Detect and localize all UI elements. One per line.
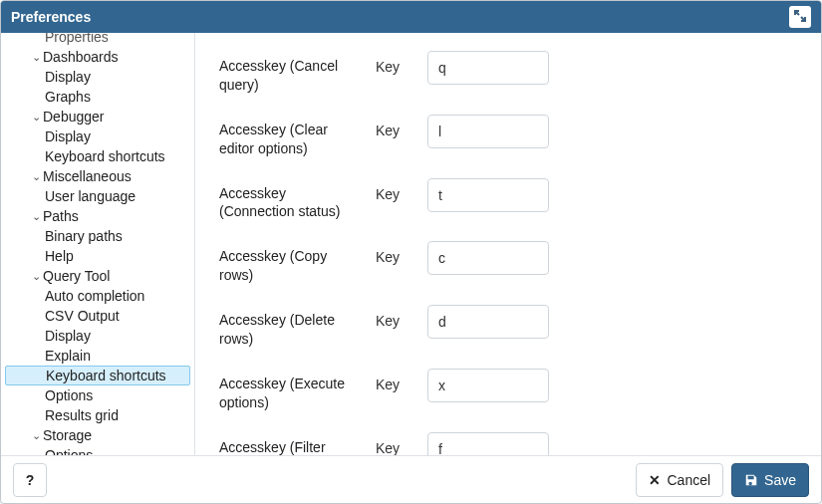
tree-item-label: Help: [45, 248, 74, 264]
tree-item[interactable]: Properties: [1, 33, 194, 47]
tree-item-label: Display: [45, 128, 91, 144]
setting-key-input[interactable]: [427, 432, 549, 455]
dialog-footer: ? ✕ Cancel Save: [1, 455, 821, 503]
setting-key-input[interactable]: [427, 305, 549, 339]
tree-item-label: Display: [45, 328, 91, 344]
tree-item[interactable]: Display: [1, 67, 194, 87]
setting-label: Accesskey (Cancel query): [219, 51, 364, 95]
tree-item-label: Keyboard shortcuts: [46, 368, 166, 383]
tree-item[interactable]: Display: [1, 126, 194, 146]
tree-item[interactable]: ⌄Miscellaneous: [1, 166, 194, 186]
chevron-down-icon[interactable]: ⌄: [29, 170, 43, 183]
tree-item-label: Miscellaneous: [43, 168, 132, 184]
setting-type-label: Key: [376, 369, 415, 392]
tree-item[interactable]: Keyboard shortcuts: [1, 146, 194, 166]
dialog-title: Preferences: [11, 9, 789, 25]
expand-button[interactable]: [789, 6, 811, 28]
setting-row: Accesskey (Cancel query)Key: [195, 41, 821, 105]
tree-item-label: Explain: [45, 348, 91, 364]
tree-item[interactable]: Keyboard shortcuts: [5, 366, 190, 385]
tree-item[interactable]: CSV Output: [1, 306, 194, 326]
tree-item-label: Options: [45, 387, 93, 403]
setting-row: Accesskey (Copy rows)Key: [195, 231, 821, 295]
help-icon: ?: [26, 472, 35, 488]
chevron-down-icon[interactable]: ⌄: [29, 111, 43, 124]
sidebar-tree[interactable]: Properties⌄DashboardsDisplayGraphs⌄Debug…: [1, 33, 195, 455]
setting-row: Accesskey (Connection status)Key: [195, 168, 821, 232]
setting-label: Accesskey (Execute options): [219, 369, 364, 412]
tree-item-label: User language: [45, 188, 136, 204]
tree-item-label: Paths: [43, 208, 79, 224]
setting-type-label: Key: [376, 51, 415, 75]
setting-type-label: Key: [376, 178, 415, 202]
setting-row: Accesskey (Filter dialog)Key: [195, 422, 821, 455]
tree-item[interactable]: ⌄Storage: [1, 425, 194, 445]
dialog-body: Properties⌄DashboardsDisplayGraphs⌄Debug…: [1, 33, 821, 455]
tree-item[interactable]: Display: [1, 326, 194, 346]
help-button[interactable]: ?: [13, 463, 47, 497]
save-button[interactable]: Save: [731, 463, 809, 497]
tree-item-label: Auto completion: [45, 288, 144, 304]
tree-item[interactable]: User language: [1, 186, 194, 206]
preferences-dialog: Preferences Properties⌄DashboardsDisplay…: [0, 0, 822, 504]
tree-item-label: Binary paths: [45, 228, 123, 244]
chevron-down-icon[interactable]: ⌄: [29, 429, 43, 442]
tree-item-label: Options: [45, 447, 93, 455]
tree-item-label: Graphs: [45, 89, 91, 105]
tree-item[interactable]: Binary paths: [1, 226, 194, 246]
settings-panel[interactable]: Accesskey (Cancel query)KeyAccesskey (Cl…: [195, 33, 821, 455]
setting-label: Accesskey (Copy rows): [219, 241, 364, 285]
setting-type-label: Key: [376, 305, 415, 329]
tree-item[interactable]: Explain: [1, 346, 194, 366]
setting-key-input[interactable]: [427, 369, 549, 402]
tree-item-label: Display: [45, 69, 91, 85]
setting-key-input[interactable]: [427, 51, 549, 85]
setting-type-label: Key: [376, 241, 415, 265]
cancel-label: Cancel: [667, 472, 710, 488]
tree-item[interactable]: Results grid: [1, 405, 194, 425]
tree-item-label: Dashboards: [43, 49, 119, 65]
tree-item[interactable]: ⌄Dashboards: [1, 47, 194, 67]
save-label: Save: [764, 472, 796, 488]
tree-item[interactable]: ⌄Query Tool: [1, 266, 194, 286]
tree-item[interactable]: ⌄Paths: [1, 206, 194, 226]
tree-item-label: CSV Output: [45, 308, 120, 324]
tree-item[interactable]: ⌄Debugger: [1, 107, 194, 126]
setting-row: Accesskey (Delete rows)Key: [195, 295, 821, 359]
setting-type-label: Key: [376, 432, 415, 455]
tree-item-label: Properties: [45, 33, 109, 45]
expand-icon: [794, 9, 806, 25]
tree-item[interactable]: Auto completion: [1, 286, 194, 306]
setting-row: Accesskey (Execute options)Key: [195, 359, 821, 422]
chevron-down-icon[interactable]: ⌄: [29, 270, 43, 283]
setting-label: Accesskey (Filter dialog): [219, 432, 364, 455]
tree-item-label: Results grid: [45, 407, 119, 423]
setting-key-input[interactable]: [427, 241, 549, 275]
tree-item[interactable]: Help: [1, 246, 194, 266]
setting-label: Accesskey (Delete rows): [219, 305, 364, 349]
titlebar: Preferences: [1, 1, 821, 33]
tree-item[interactable]: Options: [1, 445, 194, 455]
close-icon: ✕: [649, 472, 661, 488]
tree-item[interactable]: Graphs: [1, 87, 194, 107]
tree-item-label: Query Tool: [43, 268, 110, 284]
setting-key-input[interactable]: [427, 178, 549, 212]
tree-item-label: Storage: [43, 427, 92, 443]
setting-label: Accesskey (Clear editor options): [219, 115, 364, 158]
setting-key-input[interactable]: [427, 115, 549, 148]
tree-item[interactable]: Options: [1, 385, 194, 405]
setting-type-label: Key: [376, 115, 415, 138]
setting-row: Accesskey (Clear editor options)Key: [195, 105, 821, 168]
chevron-down-icon[interactable]: ⌄: [29, 210, 43, 223]
tree-item-label: Debugger: [43, 109, 105, 125]
setting-label: Accesskey (Connection status): [219, 178, 364, 222]
chevron-down-icon[interactable]: ⌄: [29, 51, 43, 64]
tree-item-label: Keyboard shortcuts: [45, 148, 165, 164]
cancel-button[interactable]: ✕ Cancel: [636, 463, 723, 497]
save-icon: [744, 473, 758, 487]
